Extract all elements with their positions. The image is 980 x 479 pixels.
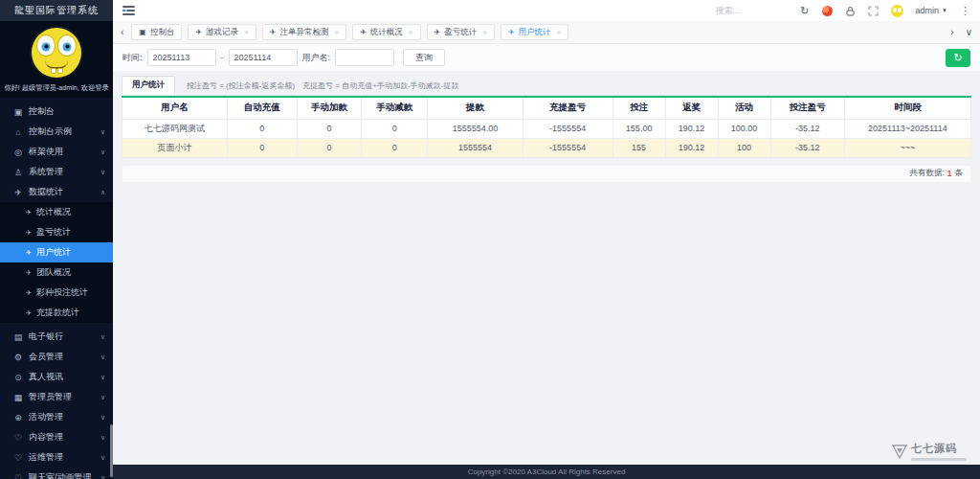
close-icon[interactable]: × bbox=[482, 28, 487, 36]
sidebar-item-admins[interactable]: ▦ 管理员管理 ∨ bbox=[0, 387, 113, 407]
avatar-eye bbox=[57, 34, 77, 57]
chevron-down-icon: ∨ bbox=[100, 454, 105, 462]
chevron-down-icon: ∨ bbox=[100, 128, 105, 136]
tab-stats-overview[interactable]: ✈ 统计概况 × bbox=[352, 24, 420, 40]
sidebar-item-ops[interactable]: ♡ 运维管理 ∨ bbox=[0, 447, 113, 468]
more-menu-icon[interactable]: ⋮ bbox=[960, 5, 970, 17]
col-header: 返奖 bbox=[665, 97, 718, 119]
plane-icon: ✈ bbox=[360, 28, 367, 36]
close-icon[interactable]: × bbox=[334, 28, 339, 36]
theme-orb-icon[interactable] bbox=[822, 6, 833, 16]
home-icon: ⌂ bbox=[12, 127, 24, 137]
plane-icon: ✈ bbox=[26, 249, 32, 257]
col-header: 用户名 bbox=[122, 97, 228, 119]
panel-tab-user-stats[interactable]: 用户统计 bbox=[122, 76, 175, 95]
watermark-triangle-icon bbox=[892, 445, 907, 459]
col-header: 投注盈亏 bbox=[770, 97, 844, 119]
tab-profit-stats[interactable]: ✈ 盈亏统计 × bbox=[427, 24, 495, 40]
col-header: 充提盈亏 bbox=[523, 97, 612, 119]
cell: -35.12 bbox=[770, 119, 844, 138]
monitor-icon: ▣ bbox=[139, 28, 146, 36]
heart-icon: ♡ bbox=[12, 453, 24, 463]
cell: -35.12 bbox=[770, 138, 844, 157]
tabs-scroll-left-icon[interactable]: ‹ bbox=[119, 27, 125, 37]
tab-user-stats[interactable]: ✈ 用户统计 × bbox=[501, 24, 568, 40]
global-search[interactable]: 搜索... bbox=[716, 5, 741, 17]
filter-bar: 时间: - 用户名: 查询 ↻ bbox=[113, 44, 980, 71]
chevron-down-icon: ∨ bbox=[100, 414, 105, 422]
cell: 0 bbox=[297, 138, 361, 157]
cell: ~~~ bbox=[844, 138, 970, 157]
submenu-item-lottery-bet-stats[interactable]: ✈ 彩种投注统计 bbox=[0, 283, 113, 303]
cell: 0 bbox=[227, 138, 297, 157]
lock-icon[interactable] bbox=[845, 6, 856, 16]
cell: 100.00 bbox=[718, 119, 770, 138]
plane-icon: ✈ bbox=[434, 28, 441, 36]
sidebar-item-console-demo[interactable]: ⌂ 控制台示例 ∨ bbox=[0, 122, 113, 142]
col-header: 手动加款 bbox=[297, 97, 361, 119]
date-to-input[interactable] bbox=[229, 49, 298, 66]
sidebar-toggle-icon[interactable] bbox=[122, 6, 135, 15]
sidebar-item-ebank[interactable]: ▤ 电子银行 ∨ bbox=[0, 327, 113, 347]
cell: 155 bbox=[612, 138, 665, 157]
plane-icon: ✈ bbox=[26, 309, 32, 317]
plane-icon: ✈ bbox=[195, 28, 202, 36]
time-label: 时间: bbox=[122, 52, 143, 64]
col-header: 投注 bbox=[612, 97, 665, 119]
table-summary-row: 页面小计 0 0 0 1555554 -1555554 155 190.12 1… bbox=[122, 138, 971, 157]
sidebar-item-content[interactable]: ♡ 内容管理 ∨ bbox=[0, 427, 113, 447]
sidebar-item-console[interactable]: ▣ 控制台 bbox=[0, 102, 113, 122]
total-label: 共有数据: bbox=[909, 168, 944, 179]
close-icon[interactable]: × bbox=[244, 28, 249, 36]
date-from-input[interactable] bbox=[147, 49, 216, 66]
refresh-icon[interactable]: ↻ bbox=[800, 6, 809, 16]
watermark: 七七源码 bbox=[892, 442, 967, 461]
cell: 190.12 bbox=[665, 119, 718, 138]
content-area: 用户统计 投注盈亏 = (投注金额-返奖金额) 充提盈亏 = 自动充值+手动加款… bbox=[113, 71, 980, 465]
avatar[interactable] bbox=[32, 28, 81, 78]
close-icon[interactable]: × bbox=[409, 28, 413, 36]
close-icon[interactable]: × bbox=[557, 28, 562, 36]
cell: 0 bbox=[227, 119, 297, 138]
sidebar-item-system[interactable]: ♙ 系统管理 ∨ bbox=[0, 162, 113, 182]
query-button[interactable]: 查询 bbox=[403, 49, 445, 66]
footer-bar: Copyright ©2020 A3Cloud All Rights Reser… bbox=[113, 465, 980, 479]
fullscreen-icon[interactable] bbox=[868, 6, 879, 16]
sidebar-item-statistics[interactable]: ✈ 数据统计 ∧ bbox=[0, 182, 113, 202]
plane-icon: ✈ bbox=[26, 269, 32, 277]
tab-console[interactable]: ▣ 控制台 bbox=[131, 24, 182, 40]
cell: 0 bbox=[362, 138, 428, 157]
sidebar-item-framework[interactable]: ◎ 框架使用 ∨ bbox=[0, 142, 113, 162]
sidebar-item-members[interactable]: ⚙ 会员管理 ∨ bbox=[0, 347, 113, 367]
plus-circle-icon: ⊕ bbox=[12, 413, 24, 422]
tab-game-records[interactable]: ✈ 游戏记录 × bbox=[188, 24, 256, 40]
user-icon: ♙ bbox=[12, 168, 24, 177]
cell: 100 bbox=[718, 138, 770, 157]
bank-icon: ▤ bbox=[12, 332, 24, 342]
col-header: 提款 bbox=[428, 97, 523, 119]
submenu-item-team-overview[interactable]: ✈ 团队概况 bbox=[0, 262, 113, 283]
sidebar-item-chatroom[interactable]: ♡ 聊天室/动画管理 ∨ bbox=[0, 468, 113, 479]
cell: 20251113~20251114 bbox=[844, 119, 970, 138]
user-avatar[interactable] bbox=[891, 5, 903, 17]
submenu-item-profit-stats[interactable]: ✈ 盈亏统计 bbox=[0, 222, 113, 242]
username-input[interactable] bbox=[335, 49, 394, 66]
sidebar-item-activities[interactable]: ⊕ 活动管理 ∨ bbox=[0, 407, 113, 427]
tab-bet-anomaly[interactable]: ✈ 注单异常检测 × bbox=[262, 24, 346, 40]
submenu-item-deposit-withdraw-stats[interactable]: ✈ 充提款统计 bbox=[0, 303, 113, 323]
user-menu[interactable]: admin ▼ bbox=[916, 6, 947, 15]
submenu-item-stats-overview[interactable]: ✈ 统计概况 bbox=[0, 202, 113, 222]
cell: -1555554 bbox=[523, 119, 612, 138]
refresh-table-button[interactable]: ↻ bbox=[946, 49, 970, 67]
tabs-menu-icon[interactable]: ∨ bbox=[964, 27, 974, 37]
cell: 190.12 bbox=[665, 138, 718, 157]
col-header: 活动 bbox=[718, 97, 770, 119]
sidebar-item-live-video[interactable]: ⊙ 真人视讯 ∨ bbox=[0, 367, 113, 387]
table-row[interactable]: 七七源码网测试 0 0 0 1555554.00 -1555554 155.00… bbox=[122, 119, 971, 138]
submenu-item-user-stats[interactable]: ✈ 用户统计 bbox=[0, 242, 113, 262]
heart-icon: ♡ bbox=[12, 433, 24, 443]
tabs-scroll-right-icon[interactable]: › bbox=[948, 27, 955, 37]
table-header-row: 用户名 自动充值 手动加款 手动减款 提款 充提盈亏 投注 返奖 活动 投注盈亏… bbox=[122, 97, 971, 119]
gear-icon: ⚙ bbox=[12, 353, 24, 362]
app-title: 龍聖国际管理系统 bbox=[0, 0, 113, 21]
